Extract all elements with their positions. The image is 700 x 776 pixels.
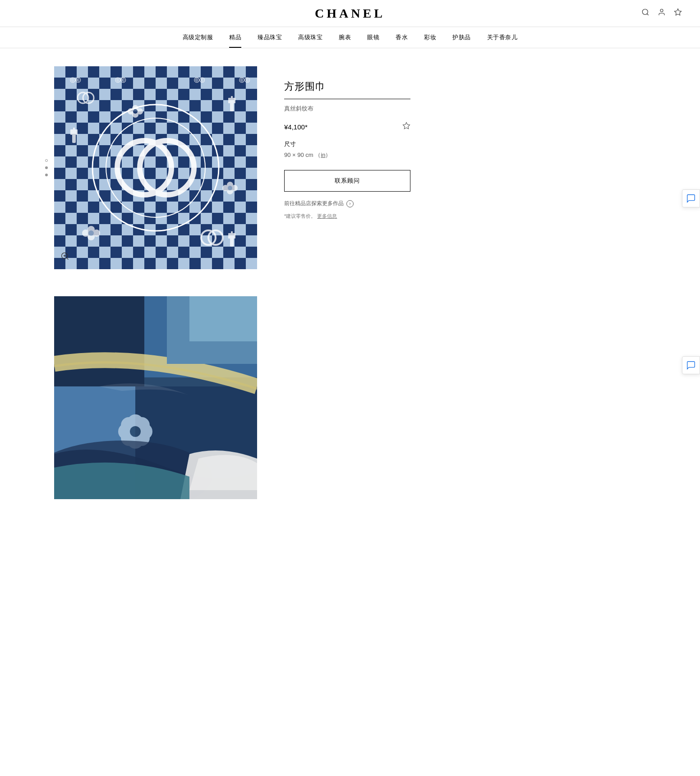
logo: CHANEL xyxy=(315,6,385,21)
disclaimer-more-link[interactable]: 更多信息 xyxy=(317,213,337,219)
svg-rect-32 xyxy=(72,134,76,143)
image-container: ⓒⓒ ⓒⓒ ⓒⓒ ⓒⓒ xyxy=(54,66,257,269)
product-section: ⓒⓒ ⓒⓒ ⓒⓒ ⓒⓒ xyxy=(54,66,646,269)
nav-item-watches[interactable]: 腕表 xyxy=(339,33,351,48)
header-icons xyxy=(641,8,682,18)
nav-item-fine-jewelry[interactable]: 臻品珠宝 xyxy=(258,33,282,48)
scarf-detail-svg xyxy=(54,296,257,499)
nav-item-haute-couture[interactable]: 高级定制服 xyxy=(183,33,213,48)
product-disclaimer: *建议零售价。 更多信息 xyxy=(284,213,646,220)
product-image: ⓒⓒ ⓒⓒ ⓒⓒ ⓒⓒ xyxy=(54,66,257,269)
search-icon[interactable] xyxy=(641,8,649,18)
svg-rect-38 xyxy=(230,238,234,247)
size-section: 尺寸 90 × 90 cm （in） xyxy=(284,140,646,159)
size-label: 尺寸 xyxy=(284,140,646,148)
svg-point-30 xyxy=(231,185,238,191)
svg-rect-37 xyxy=(231,96,233,99)
price-row: ¥4,100* xyxy=(284,122,410,132)
side-chat-button-bottom[interactable] xyxy=(682,356,700,374)
nav-item-boutique[interactable]: 精品 xyxy=(229,33,241,48)
svg-point-25 xyxy=(137,108,143,115)
nav-item-skincare[interactable]: 护肤品 xyxy=(452,33,471,48)
svg-rect-51 xyxy=(54,296,144,386)
svg-line-46 xyxy=(67,258,69,260)
product-title: 方形围巾 xyxy=(284,80,410,99)
product-price: ¥4,100* xyxy=(284,123,308,131)
nav-item-high-jewelry[interactable]: 高级珠宝 xyxy=(298,33,322,48)
nav-item-makeup[interactable]: 彩妆 xyxy=(424,33,436,48)
svg-point-31 xyxy=(228,186,232,190)
main-nav: 高级定制服 精品 臻品珠宝 高级珠宝 腕表 眼镜 香水 彩妆 护肤品 关于香奈儿 xyxy=(0,27,700,48)
dot-1[interactable] xyxy=(45,159,48,162)
size-unit-toggle[interactable]: in xyxy=(321,152,325,158)
svg-rect-35 xyxy=(230,102,234,111)
store-link[interactable]: 前往精品店探索更多作品 › xyxy=(284,200,646,207)
wishlist-icon[interactable] xyxy=(674,8,682,18)
svg-point-21 xyxy=(88,230,94,236)
side-chat-button-top[interactable] xyxy=(682,189,700,207)
zoom-icon[interactable] xyxy=(60,252,69,263)
svg-point-2 xyxy=(660,9,663,12)
store-link-arrow-icon: › xyxy=(346,200,354,207)
svg-rect-8 xyxy=(54,66,257,269)
product-material: 真丝斜纹布 xyxy=(284,105,646,113)
svg-point-65 xyxy=(130,426,141,437)
svg-marker-49 xyxy=(403,123,410,129)
account-icon[interactable] xyxy=(658,8,666,18)
svg-point-20 xyxy=(93,230,100,237)
svg-marker-3 xyxy=(675,9,682,15)
header: CHANEL xyxy=(0,0,700,27)
product-info: 方形围巾 真丝斜纹布 ¥4,100* 尺寸 90 × 90 cm （in） 联系… xyxy=(284,66,646,269)
scarf-svg: ⓒⓒ ⓒⓒ ⓒⓒ ⓒⓒ xyxy=(54,66,257,269)
svg-text:ⓒⓒ: ⓒⓒ xyxy=(115,77,126,83)
svg-text:ⓒⓒ: ⓒⓒ xyxy=(239,77,250,83)
main-content: ⓒⓒ ⓒⓒ ⓒⓒ ⓒⓒ xyxy=(0,48,700,519)
add-to-wishlist-icon[interactable] xyxy=(402,122,410,132)
svg-rect-56 xyxy=(189,296,257,341)
size-value: 90 × 90 cm （in） xyxy=(284,151,646,159)
dot-2[interactable] xyxy=(45,166,48,169)
svg-point-0 xyxy=(642,9,648,14)
svg-text:ⓒⓒ: ⓒⓒ xyxy=(70,77,81,83)
svg-text:ⓒⓒ: ⓒⓒ xyxy=(194,77,205,83)
svg-line-1 xyxy=(647,14,648,15)
svg-rect-40 xyxy=(231,231,233,234)
svg-point-26 xyxy=(133,109,138,114)
nav-item-about[interactable]: 关于香奈儿 xyxy=(487,33,518,48)
contact-advisor-button[interactable]: 联系顾问 xyxy=(284,170,410,192)
nav-item-eyewear[interactable]: 眼镜 xyxy=(367,33,379,48)
image-dot-nav xyxy=(45,159,48,176)
nav-item-fragrance[interactable]: 香水 xyxy=(396,33,408,48)
svg-rect-34 xyxy=(73,128,75,130)
dot-3[interactable] xyxy=(45,174,48,176)
second-image-section xyxy=(54,296,257,501)
